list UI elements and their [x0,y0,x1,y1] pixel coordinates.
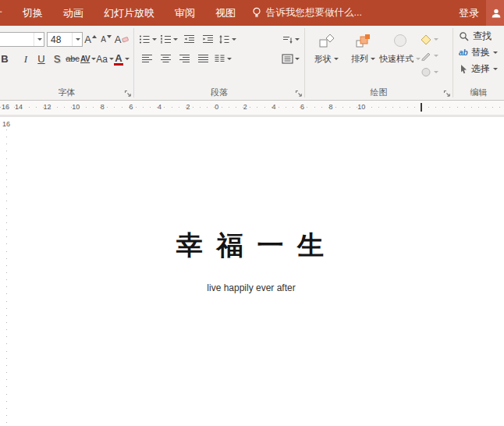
chevron-down-icon [493,68,498,70]
line-spacing-button[interactable] [218,32,236,48]
character-spacing-button[interactable]: AV [80,51,96,67]
columns-button[interactable] [214,51,232,67]
h-ruler-number: 4 [272,103,275,111]
tell-me-box[interactable]: 告诉我您想要做什么... [252,6,362,20]
ruler-indent-marker[interactable] [421,103,422,112]
shapes-button[interactable]: 形状 [308,29,345,80]
select-button[interactable]: 选择 [459,61,502,77]
font-size-input[interactable]: 48 [48,34,72,45]
numbered-list-icon [160,34,172,44]
strikethrough-label: abc [66,55,80,63]
arrange-button[interactable]: 排列 [345,29,382,80]
change-case-button[interactable]: Aa [96,51,114,67]
sign-in-button[interactable]: 登录 [452,6,486,20]
font-dialog-launcher[interactable] [123,89,132,98]
text-direction-button[interactable] [282,32,300,48]
align-center-button[interactable] [158,51,173,67]
paragraph-group: 段落 [134,26,304,100]
tab-animations[interactable]: 动画 [53,0,94,26]
cursor-icon [459,64,468,74]
paragraph-group-label: 段落 [134,87,304,98]
tab-transitions[interactable]: 切换 [12,0,53,26]
quick-styles-button[interactable]: 快速样式 [382,29,418,80]
line-spacing-icon [218,34,230,44]
text-direction-icon [282,34,293,44]
clear-formatting-button[interactable]: A [114,32,130,48]
tab-review[interactable]: 审阅 [165,0,205,26]
shrink-font-button[interactable]: A [98,32,114,48]
slide-title[interactable]: 幸 福 一 生 [134,228,368,264]
h-ruler-number: 2 [243,103,247,111]
editing-group-label: 编辑 [453,87,504,98]
replace-label: 替换 [471,46,490,59]
replace-button[interactable]: ab 替换 [459,44,502,61]
v-ruler-number: 16 [2,120,10,128]
chevron-down-icon [434,38,438,41]
align-text-icon [282,54,293,64]
strikethrough-button[interactable]: abc [65,51,80,67]
bold-button[interactable]: B [2,51,18,67]
shape-effects-button[interactable] [421,64,438,80]
chevron-down-icon [232,38,236,41]
numbering-button[interactable] [160,32,178,48]
h-ruler-number: 10 [357,103,365,111]
triangle-up-icon [92,35,97,38]
ribbon: 48 A A A B I U [0,26,504,101]
tab-design[interactable]: 设计 [0,0,12,26]
shapes-icon [318,33,335,48]
chevron-down-icon[interactable] [34,33,44,46]
h-ruler-number: 12 [44,103,51,111]
editing-group: 查找 ab 替换 选择 编辑 [453,26,504,100]
font-size-combo[interactable]: 48 [47,32,83,47]
text-shadow-button[interactable]: S [49,51,65,67]
lightbulb-icon [252,7,261,19]
slide-subtitle[interactable]: live happily ever after [134,282,368,293]
paragraph-dialog-launcher[interactable] [294,89,303,98]
bold-label: B [1,54,8,64]
chevron-down-icon [227,58,232,60]
chevron-down-icon[interactable] [72,33,82,46]
shape-fill-button[interactable] [421,31,438,47]
account-button[interactable] [486,0,504,26]
outdent-icon [183,34,195,44]
underline-button[interactable]: U [34,51,49,67]
horizontal-ruler: 1614121086420246810 [0,101,504,115]
effects-icon [421,67,431,77]
chevron-down-icon [152,38,157,41]
align-left-button[interactable] [139,51,154,67]
vertical-ruler: 16 [0,117,13,426]
chevron-down-icon [334,58,339,60]
chevron-down-icon [493,51,498,54]
shape-outline-button[interactable] [421,48,438,63]
chevron-down-icon [295,58,300,60]
h-ruler-number: 14 [15,103,23,111]
eraser-icon [122,36,129,43]
increase-indent-button[interactable] [200,32,215,48]
h-ruler-number: 2 [186,103,190,111]
arrange-icon [355,33,372,48]
find-button[interactable]: 查找 [459,28,502,44]
decrease-indent-button[interactable] [181,32,197,48]
align-text-button[interactable] [282,51,300,67]
justify-button[interactable] [195,51,211,67]
underline-label: U [37,54,44,64]
tab-view[interactable]: 视图 [205,0,246,26]
h-ruler-number: 8 [101,103,105,111]
align-right-button[interactable] [176,51,192,67]
font-color-button[interactable]: A [114,51,130,67]
grow-font-button[interactable]: A [83,32,98,48]
ribbon-tab-bar: 设计 切换 动画 幻灯片放映 审阅 视图 告诉我您想要做什么... 登录 [0,0,504,26]
change-case-label: Aa [96,55,108,64]
font-name-combo[interactable] [0,32,44,47]
drawing-dialog-launcher[interactable] [442,89,451,98]
powerpoint-window: 设计 切换 动画 幻灯片放映 审阅 视图 告诉我您想要做什么... 登录 [0,0,504,426]
select-label: 选择 [471,62,490,76]
slide-text-block[interactable]: 幸 福 一 生 live happily ever after [134,228,368,293]
bullet-list-icon [139,34,151,44]
chevron-down-icon [295,38,300,41]
drawing-group: 形状 排列 快速样式 [305,26,453,100]
slide-canvas[interactable]: 幸 福 一 生 live happily ever after [13,117,504,426]
bullets-button[interactable] [139,32,157,48]
italic-button[interactable]: I [18,51,34,67]
tab-slideshow[interactable]: 幻灯片放映 [94,0,165,26]
